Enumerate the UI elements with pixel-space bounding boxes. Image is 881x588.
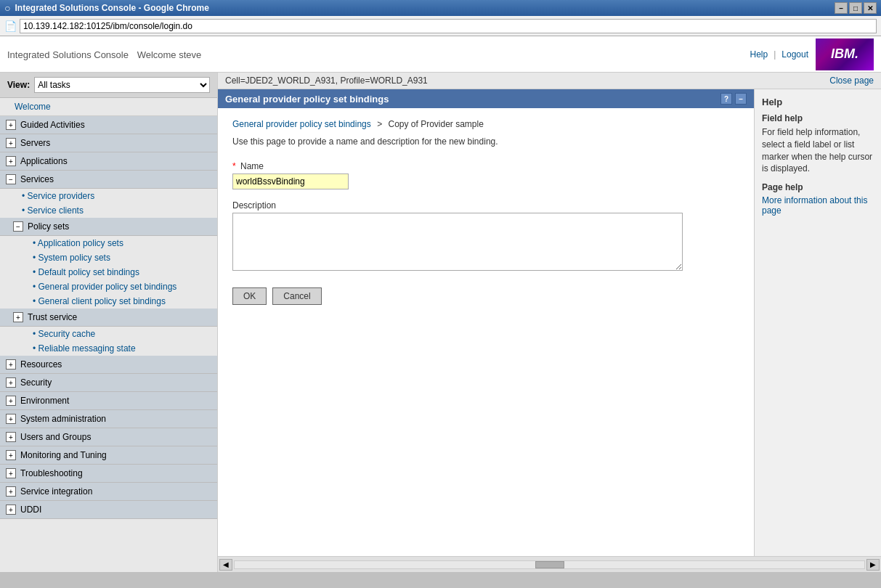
chrome-icon: ○ [4,2,10,14]
sidebar-item-uddi[interactable]: + UDDI [0,501,217,519]
cancel-button[interactable]: Cancel [272,287,321,305]
maximize-button[interactable]: □ [849,2,862,14]
expand-monitoring-icon: + [6,450,16,460]
sidebar-item-system-policy-sets[interactable]: • System policy sets [0,250,217,265]
logout-link[interactable]: Logout [781,49,808,60]
sidebar-item-service-clients[interactable]: • Service clients [0,203,217,218]
page-help-title: Page help [762,182,874,192]
sidebar-item-service-integration[interactable]: + Service integration [0,483,217,501]
panel-title-bar: General provider policy set bindings ? – [218,89,754,108]
sidebar-item-troubleshooting[interactable]: + Troubleshooting [0,465,217,483]
service-integration-label: Service integration [20,486,92,497]
sidebar-item-users-groups[interactable]: + Users and Groups [0,428,217,446]
help-panel-icon[interactable]: ? [720,93,732,105]
expand-users-icon: + [6,432,16,442]
window-title: Integrated Solutions Console - Google Ch… [15,3,835,13]
content-area: Cell=JDED2_WORLD_A931, Profile=WORLD_A93… [218,73,881,572]
field-help-title: Field help [762,113,874,123]
sidebar-item-applications[interactable]: + Applications [0,152,217,171]
sidebar-item-general-provider[interactable]: • General provider policy set bindings [0,279,217,294]
required-star: * [232,161,236,171]
sysadmin-label: System administration [20,414,106,424]
sidebar-item-services[interactable]: − Services [0,171,217,189]
header-sep: | [774,49,776,60]
description-textarea[interactable] [232,213,683,271]
ibm-text: IBM. [831,46,858,62]
title-bar: ○ Integrated Solutions Console - Google … [0,0,881,16]
help-link[interactable]: Help [750,49,768,60]
breadcrumb-link[interactable]: General provider policy set bindings [232,119,371,129]
ibm-logo: IBM. [816,38,874,70]
sidebar-item-reliable-messaging[interactable]: • Reliable messaging state [0,341,217,356]
welcome-text: Welcome steve [137,49,202,60]
breadcrumb-current: Copy of Provider sample [388,119,483,129]
sidebar-item-general-client[interactable]: • General client policy set bindings [0,294,217,309]
sidebar-item-security[interactable]: + Security [0,374,217,392]
uddi-label: UDDI [20,505,41,515]
window-controls: – □ ✕ [835,2,877,14]
view-label: View: [7,80,30,90]
address-bar: 📄 [0,16,881,36]
expand-troubleshooting-icon: + [6,468,16,478]
panel-content: General provider policy set bindings > C… [218,108,754,316]
sidebar-item-servers[interactable]: + Servers [0,134,217,152]
sidebar-item-app-policy-sets[interactable]: • Application policy sets [0,236,217,250]
minimize-panel-icon[interactable]: – [735,93,747,105]
sidebar-item-monitoring[interactable]: + Monitoring and Tuning [0,446,217,465]
ok-button[interactable]: OK [232,287,267,305]
main-layout: View: All tasks Welcome + Guided Activit… [0,73,881,572]
sidebar-item-guided-activities[interactable]: + Guided Activities [0,116,217,134]
minimize-button[interactable]: – [835,2,848,14]
name-form-group: * Name [232,161,739,189]
address-input[interactable] [20,19,877,33]
field-help-text: For field help information, select a fie… [762,126,874,175]
app-title-text: Integrated Solutions Console [7,49,129,60]
scroll-track [234,560,865,569]
policy-sets-label: Policy sets [28,221,69,232]
sidebar-section-welcome: Welcome [0,98,217,116]
close-button[interactable]: ✕ [864,2,877,14]
page-help-link[interactable]: More information about this page [762,195,867,216]
view-select[interactable]: All tasks [34,77,210,93]
expand-service-integration-icon: + [6,486,16,497]
expand-trust-icon: + [13,312,23,322]
sidebar-view: View: All tasks [0,73,217,98]
expand-services-icon: − [6,174,16,184]
sidebar-item-resources[interactable]: + Resources [0,356,217,374]
scrollbar-area: ◀ ▶ [218,556,881,572]
app-header: Integrated Solutions Console Welcome ste… [0,36,881,73]
sidebar-item-environment[interactable]: + Environment [0,392,217,410]
expand-resources-icon: + [6,359,16,369]
app-title: Integrated Solutions Console Welcome ste… [7,49,750,60]
troubleshooting-label: Troubleshooting [20,468,83,478]
sidebar: View: All tasks Welcome + Guided Activit… [0,73,218,572]
expand-applications-icon: + [6,156,16,166]
resources-label: Resources [20,359,62,369]
description-label: Description [232,200,739,211]
name-input[interactable] [232,173,349,189]
panel-icons: ? – [720,93,747,105]
sidebar-item-trust-service[interactable]: + Trust service [0,309,217,327]
sidebar-item-default-policy-bindings[interactable]: • Default policy set bindings [0,265,217,279]
servers-label: Servers [20,138,50,148]
applications-label: Applications [20,156,68,166]
environment-label: Environment [20,396,69,406]
sidebar-item-security-cache[interactable]: • Security cache [0,327,217,341]
panel-title: General provider policy set bindings [225,94,389,105]
expand-sysadmin-icon: + [6,414,16,424]
sidebar-item-welcome[interactable]: Welcome [0,98,217,115]
sidebar-item-policy-sets[interactable]: − Policy sets [0,218,217,236]
sidebar-item-system-admin[interactable]: + System administration [0,410,217,428]
close-page-link[interactable]: Close page [829,75,874,86]
cell-info: Cell=JDED2_WORLD_A931, Profile=WORLD_A93… [225,75,428,86]
expand-guided-icon: + [6,120,16,130]
name-label: * Name [232,161,739,171]
content-body: General provider policy set bindings ? –… [218,89,881,556]
scroll-left-btn[interactable]: ◀ [219,559,232,571]
scroll-right-btn[interactable]: ▶ [866,559,880,571]
expand-servers-icon: + [6,138,16,148]
content-header: Cell=JDED2_WORLD_A931, Profile=WORLD_A93… [218,73,881,89]
page-icon: 📄 [4,20,17,32]
sidebar-item-service-providers[interactable]: • Service providers [0,189,217,203]
services-label: Services [20,174,54,184]
